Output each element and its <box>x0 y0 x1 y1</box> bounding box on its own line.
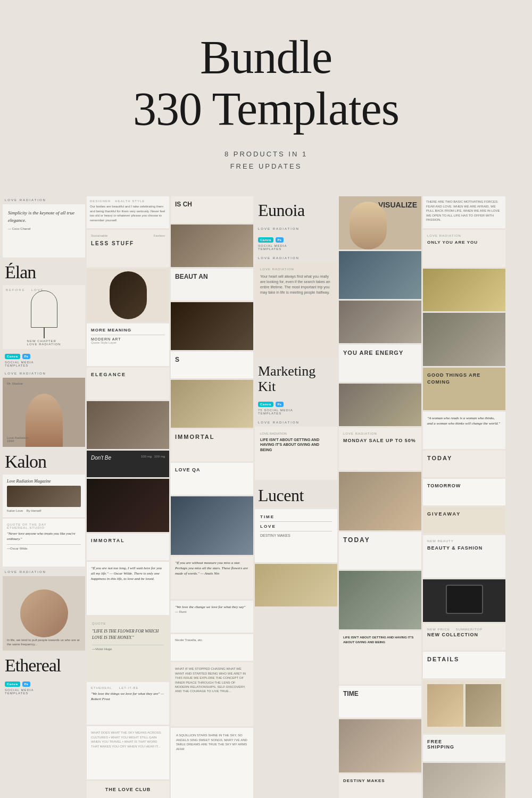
simplicity-card: Simplicity is the keynote of all true el… <box>3 204 85 257</box>
love-qa-card: LOVE QA <box>171 463 253 495</box>
column-elan: LOVE RADIATION Simplicity is the keynote… <box>3 196 85 798</box>
today-card: TODAY <box>339 532 421 569</box>
title-line1: Bundle <box>200 31 332 83</box>
affirmation-card: ethereal let-it-be "We love the things w… <box>87 682 169 725</box>
statement-card: "A woman who reads is a woman who thinks… <box>423 412 505 449</box>
life-isnt-card: LOVE RADIATION LIFE ISN'T ABOUT GETTING … <box>255 427 337 480</box>
dont-be-card: Don't Be 100 mg 100 mg <box>87 451 169 477</box>
lucent-label: Lucent <box>255 481 337 508</box>
grass-card <box>339 384 421 426</box>
elegance-card: ELEGANCE <box>87 368 169 400</box>
couple-card <box>339 301 421 343</box>
template-grid: LOVE RADIATION Simplicity is the keynote… <box>0 194 527 798</box>
header-title: Bundle 330 Templates <box>11 32 521 135</box>
canva-badge-mk: Canva <box>258 402 273 407</box>
woman-field-card <box>423 313 505 366</box>
column-2: Designer Health Style Our bodies are bea… <box>87 196 169 798</box>
marketing-kit-label: Marketing Kit <box>255 360 337 396</box>
elan-badges: Canva Ps SOCIAL MEDIATEMPLATES <box>3 351 85 368</box>
column-3: IS CH BEAUT AN S IMMORTAL LOVE QA <box>171 196 253 798</box>
only-you-card: LOVE RADIATION ONLY YOU ARE YOU <box>423 230 505 267</box>
immortal-card: IMMORTAL <box>87 534 169 560</box>
elan-label: Élan <box>3 259 85 284</box>
title-line2: 330 Templates <box>133 83 399 135</box>
subtitle-line2: FREE UPDATES <box>11 160 521 172</box>
portrait-circle-card: In life, we tend to pull people towards … <box>3 576 85 651</box>
header-subtitle: 8 PRODUCTS IN 1 FREE UPDATES <box>11 148 521 173</box>
eunoia-badges: Canva Ps SOCIAL MEDIATEMPLATES <box>255 234 337 253</box>
eunoia-label: Eunoia <box>255 196 337 225</box>
more-meaning-card: MORE MEANING MODERN ART Quote Style Laye… <box>87 323 169 366</box>
column-5: VISUALIZE YOU ARE ENERGY LOVE RADIATION … <box>339 196 421 798</box>
eunoia-hero-card: LOVE RADIATION Your heart will always fi… <box>255 262 337 358</box>
golden-object-card <box>423 269 505 311</box>
flowers-woman-card <box>339 571 421 629</box>
we-love-card: "We love the change we love for what the… <box>171 601 253 633</box>
life-flower-card: Quote "LIFE IS THE FLOWER FOR WHICH LOVE… <box>87 617 169 680</box>
article-para-card: WHAT IF WE STOPPED CHASING WHAT WE WANT … <box>171 662 253 726</box>
love-radiation-tag-1b: LOVE RADIATION <box>3 370 85 376</box>
less-stuff-card: SustainableFashion LESS STUFF <box>87 230 169 267</box>
life-quote-card-5: LIFE ISN'T ABOUT GETTING AND HAVING IT'S… <box>339 631 421 684</box>
love-radiation-tag-1: LOVE RADIATION <box>3 196 85 203</box>
s-card: S <box>171 352 253 378</box>
lamp-card <box>171 380 253 428</box>
chair-photo-card <box>171 225 253 267</box>
time-love-card: TIME LOVE DESTINY MAKES <box>255 509 337 562</box>
ethereal-badges: Canva Ps SOCIAL MEDIATEMPLATES <box>3 678 85 697</box>
today-big-card: TODAY <box>423 451 505 477</box>
monday-sale-card: LOVE RADIATION MONDAY SALE UP TO 50% <box>339 428 421 470</box>
marketing-kit-badges: Canva Ps 75 SOCIAL MEDIATEMPLATES <box>255 398 337 417</box>
swimming-card <box>339 251 421 299</box>
woman-white-card <box>423 763 505 798</box>
flowers-bottom-card <box>255 564 337 606</box>
ocean-card <box>171 496 253 555</box>
canva-badge-2: Canva <box>5 681 20 687</box>
woman-dark-card: Mr. Masbat Love Radiation1994 <box>3 378 85 447</box>
you-are-energy-card: YOU ARE ENERGY <box>339 345 421 382</box>
visualize-card: VISUALIZE <box>339 196 421 250</box>
ps-badge-4: Ps <box>276 237 284 243</box>
header-section: Bundle 330 Templates 8 PRODUCTS IN 1 FRE… <box>0 0 532 194</box>
oval-photo-card <box>87 269 169 322</box>
love-radiation-tag-4: LOVE RADIATION <box>255 226 337 232</box>
love-quote-card: "If you are not too long, I will wait he… <box>87 562 169 615</box>
tablet-card <box>423 579 505 622</box>
gym-card <box>171 302 253 350</box>
column-eunoia: Eunoia LOVE RADIATION Canva Ps SOCIAL ME… <box>255 196 337 798</box>
dense-text-card: THERE ARE TWO BASIC MOTIVATING FORCES: F… <box>423 196 505 228</box>
time-card: TIME <box>339 686 421 718</box>
details-card: DETAILS <box>423 652 505 678</box>
article-card-top: Designer Health Style Our bodies are bea… <box>87 196 169 228</box>
beauty-card: BEAUT AN <box>171 269 253 301</box>
arch-card: BEFORE LOVE NEW CHAPTERLOVE RADIATION <box>3 285 85 349</box>
quote-card-1: Quote of the day ethereal.studio "Never … <box>3 519 85 567</box>
beauty-fashion-card: NEW BEAUTY BEAUTY & FASHION <box>423 535 505 578</box>
love-radiation-tag-4b: LOVE RADIATION <box>255 254 337 261</box>
free-shipping-card: FREESHIPPING <box>423 735 505 761</box>
product-display-card <box>423 680 505 733</box>
giveaway-card: GIVEAWAY <box>423 507 505 534</box>
tomorrow-card: TOMORROW <box>423 479 505 505</box>
woman-face-card <box>339 472 421 530</box>
ps-badge-mk: Ps <box>276 402 284 407</box>
girl-portrait-card <box>339 719 421 772</box>
love-radiation-tag-mk: LOVE RADIATION <box>255 419 337 425</box>
good-things-card: GOOD THINGS ARE COMING <box>423 368 505 410</box>
canva-badge-4: Canva <box>258 237 273 243</box>
affirmation-italic-card: "If you are without measure you miss a s… <box>171 556 253 599</box>
dark-portrait-card <box>87 479 169 532</box>
subtitle-line1: 8 PRODUCTS IN 1 <box>11 148 521 160</box>
ps-badge-2: Ps <box>22 681 30 687</box>
immortal-big-card: IMMORTAL <box>171 429 253 461</box>
love-radiation-tag-1c: LOVE RADIATION <box>3 568 85 575</box>
magazine-card: Love Radiation Magazine Kalon Love By He… <box>3 475 85 517</box>
destiny-card: DESTINY MAKES <box>339 774 421 798</box>
column-6: THERE ARE TWO BASIC MOTIVATING FORCES: F… <box>423 196 505 798</box>
is-ch-card: IS CH <box>171 196 253 223</box>
canva-badge: Canva <box>5 354 20 359</box>
ethereal-label: Ethereal <box>3 652 85 677</box>
squillion-stars-card: A SQUILLION STARS SHINE IN THE SKY, SO A… <box>171 728 253 798</box>
nicole-card: Nicole Travella, etc. <box>171 634 253 661</box>
kalon-label: Kalon <box>3 448 85 473</box>
